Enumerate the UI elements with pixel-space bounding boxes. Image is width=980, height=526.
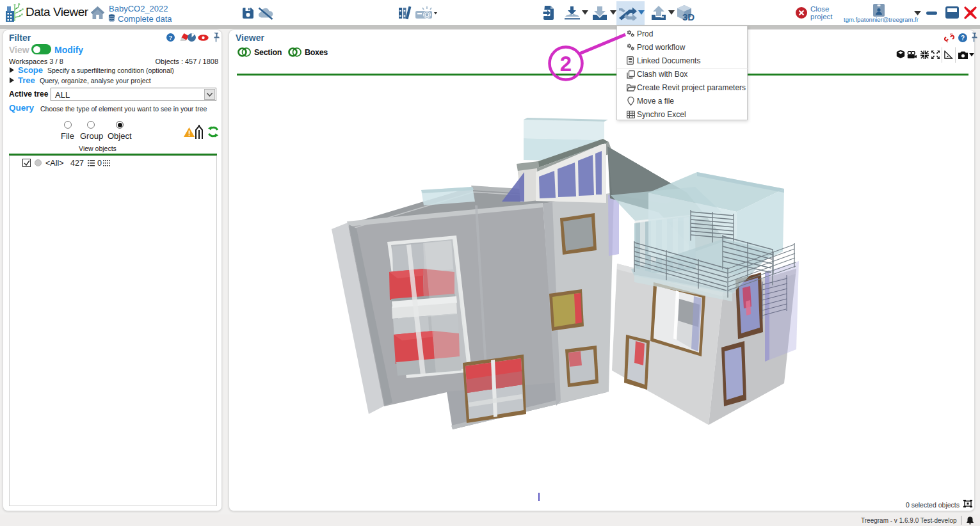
svg-text:?: ? [169, 34, 173, 41]
svg-text:2: 2 [560, 52, 572, 76]
